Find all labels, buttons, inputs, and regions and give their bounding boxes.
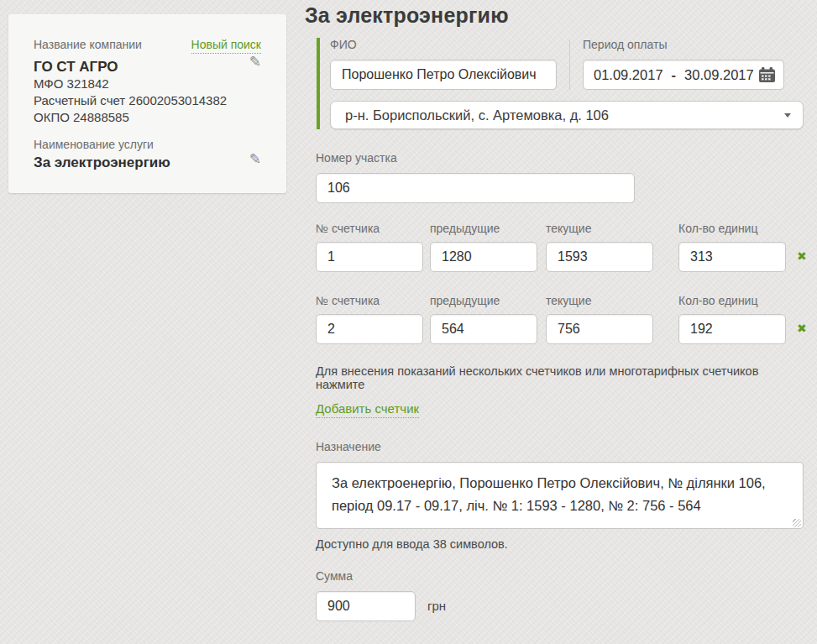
meter-previous-label: предыдущие <box>430 222 537 235</box>
meter-number-input[interactable] <box>316 314 423 344</box>
purpose-label: Назначение <box>316 440 804 453</box>
page-title: За электроэнергию <box>305 3 804 28</box>
period-label: Период оплаты <box>583 38 784 51</box>
new-search-link[interactable]: Новый поиск <box>191 38 261 54</box>
period-from[interactable]: 01.09.2017 <box>594 67 663 83</box>
chevron-down-icon <box>784 113 791 118</box>
payment-page: Название компании Новый поиск ГО СТ АГРО… <box>0 0 817 644</box>
amount-input[interactable] <box>316 591 416 621</box>
meter-previous-label: предыдущие <box>430 294 537 307</box>
service-name: За электроэнергию <box>34 154 170 171</box>
service-name-label: Наименование услуги <box>34 138 261 151</box>
meter-row: № счетчика предыдущие текущие Кол-во еди… <box>316 222 804 272</box>
meter-units-label: Кол-во единиц <box>678 294 786 307</box>
plot-number-input[interactable] <box>316 173 635 203</box>
meter-current-label: текущие <box>546 222 653 235</box>
edit-company-icon[interactable]: ✎ <box>249 54 261 71</box>
company-okpo: ОКПО 24888585 <box>34 109 261 126</box>
meter-number-label: № счетчика <box>316 294 423 307</box>
address-dropdown[interactable]: р-н. Бориспольский, с. Артемовка, д. 106 <box>330 101 804 129</box>
column-divider <box>569 39 570 90</box>
purpose-textarea[interactable]: За електроенергію, Порошенко Петро Олекс… <box>316 462 804 529</box>
edit-service-icon[interactable]: ✎ <box>249 151 261 168</box>
meter-number-label: № счетчика <box>316 222 423 235</box>
company-mfo: МФО 321842 <box>34 76 261 92</box>
meter-current-input[interactable] <box>546 314 653 344</box>
payment-form: За электроэнергию ФИО Период оплаты 01.0… <box>305 3 804 644</box>
meter-units-label: Кол-во единиц <box>678 222 786 235</box>
meter-previous-input[interactable] <box>430 242 537 272</box>
chars-left-text: Доступно для ввода 38 символов. <box>316 537 804 551</box>
period-to[interactable]: 30.09.2017 <box>684 67 754 83</box>
period-dash: - <box>672 67 677 83</box>
meter-number-input[interactable] <box>316 242 423 272</box>
meter-previous-input[interactable] <box>430 314 537 344</box>
meter-current-label: текущие <box>546 294 653 307</box>
currency-label: грн <box>427 599 446 613</box>
company-name-label: Название компании <box>34 38 142 51</box>
payer-section: ФИО Период оплаты 01.09.2017 - 30.09.201… <box>317 38 804 129</box>
delete-meter-icon[interactable]: ✖ <box>797 250 807 262</box>
fio-input[interactable] <box>330 60 557 90</box>
add-meter-hint: Для внесения показаний нескольких счетчи… <box>316 364 804 391</box>
company-card: Название компании Новый поиск ГО СТ АГРО… <box>8 14 286 193</box>
company-account: Расчетный счет 26002053014382 <box>34 92 261 109</box>
add-meter-link[interactable]: Добавить счетчик <box>316 401 419 418</box>
fio-label: ФИО <box>330 38 557 51</box>
period-range-field[interactable]: 01.09.2017 - 30.09.2017 <box>583 60 784 90</box>
calendar-icon[interactable] <box>759 67 775 82</box>
company-name: ГО СТ АГРО <box>34 59 118 76</box>
delete-meter-icon[interactable]: ✖ <box>797 322 807 334</box>
meter-row: № счетчика предыдущие текущие Кол-во еди… <box>316 294 804 344</box>
meter-units-input[interactable] <box>678 242 786 272</box>
plot-number-label: Номер участка <box>316 151 804 165</box>
address-dropdown-value: р-н. Бориспольский, с. Артемовка, д. 106 <box>345 107 609 123</box>
meter-units-input[interactable] <box>678 314 786 344</box>
meter-current-input[interactable] <box>546 242 653 272</box>
amount-label: Сумма <box>316 569 804 583</box>
